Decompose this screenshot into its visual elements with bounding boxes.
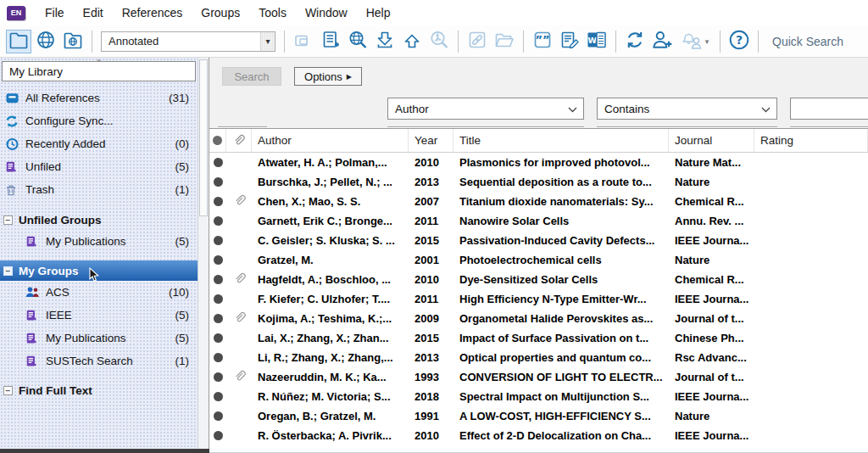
reference-row[interactable]: C. Geisler; S. Kluska; S. ...2015Passiva… bbox=[209, 231, 868, 250]
reference-row[interactable]: Gratzel, M.2001Photoelectrochemical cell… bbox=[209, 250, 868, 270]
collapse-expander-icon[interactable]: − bbox=[3, 215, 13, 225]
clipped-control bbox=[387, 126, 584, 128]
notifications-button[interactable]: ▾ bbox=[676, 30, 714, 53]
globe-icon bbox=[36, 30, 56, 53]
toolbar-separator bbox=[615, 31, 616, 53]
menu-bar-items: FileEditReferencesGroupsToolsWindowHelp bbox=[36, 3, 399, 23]
reference-row[interactable]: Atwater, H. A.; Polman,...2010Plasmonics… bbox=[209, 153, 868, 172]
attach-file-button[interactable] bbox=[465, 30, 490, 53]
cell-title: Plasmonics for improved photovol... bbox=[453, 156, 669, 169]
document-pencil-icon bbox=[559, 30, 580, 53]
sidebar-item-my-publications[interactable]: My Publications(5) bbox=[0, 230, 198, 253]
integrated-mode-button[interactable] bbox=[60, 30, 86, 53]
sidebar-item-unfiled[interactable]: Unfiled(5) bbox=[0, 155, 198, 178]
online-search-button[interactable] bbox=[345, 30, 370, 53]
unread-dot-icon bbox=[214, 255, 223, 265]
endnote-logo-icon[interactable]: EN bbox=[7, 6, 25, 20]
quick-search-label[interactable]: Quick Search bbox=[772, 35, 843, 48]
reference-row[interactable]: R. Österbacka; A. Pivrik...2010Effect of… bbox=[209, 426, 868, 445]
svg-text:?: ? bbox=[736, 33, 743, 47]
open-file-button[interactable] bbox=[492, 30, 517, 53]
chevron-down-icon[interactable]: ▾ bbox=[260, 32, 275, 51]
search-field-select[interactable]: Author bbox=[387, 98, 584, 120]
menu-references[interactable]: References bbox=[113, 3, 192, 23]
sidebar-item-trash[interactable]: Trash(1) bbox=[0, 178, 198, 201]
section-title: My Groups bbox=[19, 265, 79, 277]
reference-row[interactable]: Kojima, A.; Teshima, K.;...2009Organomet… bbox=[209, 309, 868, 328]
menu-help[interactable]: Help bbox=[357, 3, 400, 23]
sync-library-button[interactable] bbox=[622, 30, 648, 53]
sidebar-scrollbar[interactable] bbox=[198, 58, 209, 453]
column-header-author[interactable]: Author bbox=[252, 129, 409, 152]
reference-row[interactable]: Chen, X.; Mao, S. S.2007Titanium dioxide… bbox=[209, 192, 868, 211]
copy-to-local-library-button[interactable] bbox=[291, 30, 316, 53]
read-status-column-header[interactable] bbox=[209, 129, 226, 152]
reference-row[interactable]: Hagfeldt, A.; Boschloo, ...2010Dye-Sensi… bbox=[209, 270, 868, 289]
search-value-input[interactable] bbox=[790, 98, 868, 120]
collapse-expander-icon[interactable]: − bbox=[3, 386, 13, 395]
share-library-button[interactable] bbox=[649, 30, 675, 53]
search-button[interactable]: Search bbox=[222, 67, 281, 86]
unread-dot-icon bbox=[214, 275, 223, 284]
section-header-my-groups[interactable]: −My Groups bbox=[0, 260, 198, 281]
reference-row[interactable]: Garnett, Erik C.; Bronge...2011Nanowire … bbox=[209, 211, 868, 231]
find-full-text-button[interactable] bbox=[426, 30, 452, 53]
sidebar-item-sustech-search[interactable]: SUSTech Search(1) bbox=[0, 350, 198, 372]
group-label: IEEE bbox=[46, 309, 175, 322]
column-header-rating[interactable]: Rating bbox=[754, 129, 868, 152]
new-reference-button[interactable] bbox=[318, 30, 343, 53]
format-paper-button[interactable] bbox=[557, 30, 582, 53]
column-header-title[interactable]: Title bbox=[453, 129, 669, 152]
sidebar-item-configure-sync-[interactable]: Configure Sync... bbox=[0, 109, 198, 132]
menu-file[interactable]: File bbox=[36, 3, 74, 23]
cell-journal: IEEE Journa... bbox=[669, 293, 754, 305]
search-operator-select[interactable]: Contains bbox=[597, 98, 777, 120]
sidebar-item-ieee[interactable]: IEEE(5) bbox=[0, 304, 198, 327]
cell-author: Chen, X.; Mao, S. S. bbox=[252, 195, 409, 208]
reference-row[interactable]: Oregan, B.; Gratzel, M.1991A LOW-COST, H… bbox=[209, 406, 868, 426]
menu-window[interactable]: Window bbox=[296, 3, 357, 23]
export-to-word-button[interactable]: W bbox=[584, 30, 609, 53]
collapse-expander-icon[interactable]: − bbox=[3, 266, 13, 276]
cell-year: 2018 bbox=[409, 390, 453, 403]
scrollbar-thumb[interactable] bbox=[199, 59, 208, 216]
toolbar-separator bbox=[284, 31, 285, 53]
output-style-select[interactable]: Annotated ▾ bbox=[101, 31, 275, 52]
reference-rows: Atwater, H. A.; Polman,...2010Plasmonics… bbox=[209, 153, 868, 445]
c-dot bbox=[209, 255, 226, 265]
import-button[interactable] bbox=[372, 30, 398, 53]
online-search-mode-button[interactable] bbox=[33, 30, 58, 53]
reference-row[interactable]: R. Núñez; M. Victoria; S...2018Spectral … bbox=[209, 387, 868, 406]
cell-year: 2011 bbox=[409, 293, 453, 305]
attachment-column-header[interactable] bbox=[226, 129, 252, 152]
cell-author: Gratzel, M. bbox=[252, 254, 409, 266]
menu-tools[interactable]: Tools bbox=[249, 3, 296, 23]
c-clip bbox=[226, 310, 252, 327]
sidebar-item-all-references[interactable]: All References(31) bbox=[0, 87, 198, 109]
column-header-year[interactable]: Year bbox=[409, 129, 453, 152]
export-button[interactable] bbox=[399, 30, 425, 53]
reference-row[interactable]: Lai, X.; Zhang, X.; Zhan...2015Impact of… bbox=[209, 328, 868, 348]
reference-row[interactable]: Li, R.; Zhang, X.; Zhang,...2013Optical … bbox=[209, 348, 868, 367]
section-header-unfiled-groups[interactable]: −Unfiled Groups bbox=[0, 210, 198, 230]
reference-row[interactable]: F. Kiefer; C. Ulzhofer; T....2011High Ef… bbox=[209, 289, 868, 309]
unread-dot-icon bbox=[214, 158, 223, 167]
insert-citation-button[interactable]: ”” bbox=[530, 30, 555, 53]
help-button[interactable]: ? bbox=[726, 30, 752, 53]
menu-groups[interactable]: Groups bbox=[192, 3, 249, 23]
reference-row[interactable]: Nazeeruddin, M. K.; Ka...1993CONVERSION … bbox=[209, 367, 868, 387]
local-library-mode-button[interactable] bbox=[6, 30, 31, 53]
my-library-header[interactable]: ⌃ My Library bbox=[2, 61, 196, 81]
sidebar-item-my-publications[interactable]: My Publications(5) bbox=[0, 327, 198, 350]
options-button[interactable]: Options ▶ bbox=[294, 67, 362, 86]
references-icon bbox=[5, 92, 20, 105]
doc-icon bbox=[5, 160, 20, 174]
menu-edit[interactable]: Edit bbox=[74, 3, 113, 23]
people-icon bbox=[25, 286, 41, 299]
triangle-right-icon: ▶ bbox=[347, 73, 352, 81]
section-header-find-full-text[interactable]: −Find Full Text bbox=[0, 380, 198, 400]
sidebar-item-recently-added[interactable]: Recently Added(0) bbox=[0, 132, 198, 155]
column-header-journal[interactable]: Journal bbox=[669, 129, 754, 152]
reference-row[interactable]: Burschka, J.; Pellet, N.; ...2013Sequent… bbox=[209, 172, 868, 192]
unread-dot-icon bbox=[214, 372, 223, 382]
